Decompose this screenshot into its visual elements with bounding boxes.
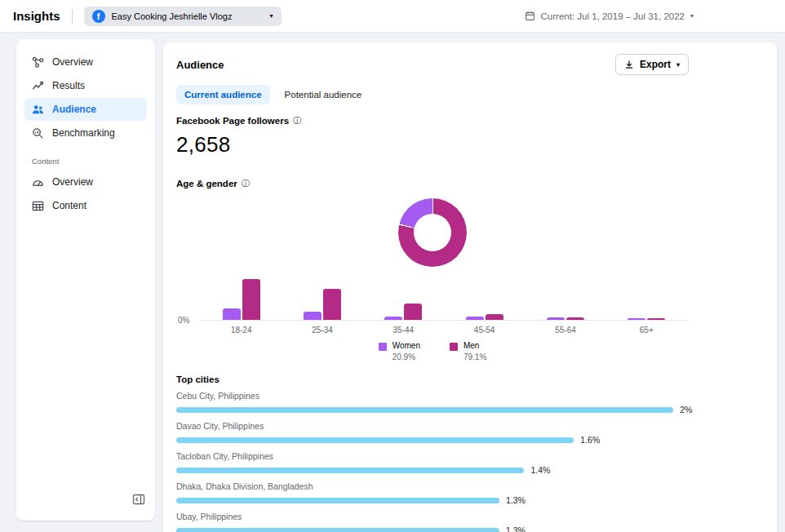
- info-icon[interactable]: ⓘ: [293, 117, 301, 125]
- legend-pct: 20.9%: [392, 352, 420, 361]
- city-row: Cebu City, Philippines 2%: [176, 391, 689, 415]
- legend-item-women: Women 20.9%: [379, 341, 420, 361]
- bar-women: [223, 308, 241, 320]
- sidebar-item-benchmarking[interactable]: Benchmarking: [24, 122, 147, 144]
- bar-men: [486, 314, 503, 320]
- page-name: Easy Cooking Jeshrielle Vlogz: [112, 11, 233, 21]
- followers-label: Facebook Page followers: [176, 116, 289, 126]
- followers-section-label: Facebook Page followers ⓘ: [176, 116, 689, 126]
- header-divider: [72, 9, 73, 24]
- city-value: 1.3%: [506, 495, 526, 505]
- top-cities-label: Top cities: [176, 375, 220, 384]
- x-axis-label: 45-54: [444, 326, 525, 335]
- city-row: Tacloban City, Philippines 1.4%: [176, 451, 689, 475]
- tab-potential-audience[interactable]: Potential audience: [277, 85, 370, 104]
- sidebar-item-label: Overview: [52, 176, 93, 188]
- x-axis-labels: 18-24 25-34 35-44 45-54 55-64 65+: [201, 326, 687, 335]
- y-axis-zero-label: 0%: [178, 316, 189, 325]
- city-row: Davao City, Philippines 1.6%: [176, 421, 689, 445]
- bar-group-55-64: [525, 317, 605, 320]
- bar-women: [304, 312, 322, 320]
- age-gender-bar-chart: 0%: [201, 278, 687, 321]
- date-range-label: Current: Jul 1, 2019 – Jul 31, 2022: [541, 11, 685, 21]
- sidebar: Overview Results Audience Benchmarking C…: [16, 39, 155, 521]
- city-name: Dhaka, Dhaka Division, Bangladesh: [176, 481, 689, 491]
- sidebar-item-results[interactable]: Results: [24, 74, 147, 97]
- date-range-selector[interactable]: Current: Jul 1, 2019 – Jul 31, 2022 ▾: [525, 11, 694, 21]
- info-icon[interactable]: ⓘ: [242, 180, 250, 188]
- app-title: Insights: [13, 9, 60, 23]
- sidebar-item-audience[interactable]: Audience: [24, 98, 147, 121]
- sidebar-item-content-overview[interactable]: Overview: [24, 171, 147, 193]
- bar-chart-plot-area: [201, 278, 687, 321]
- city-value: 1.3%: [506, 525, 526, 532]
- sidebar-item-label: Content: [52, 200, 86, 211]
- city-row: Ubay, Philippines 1.3%: [176, 512, 689, 532]
- bar-women: [384, 317, 402, 320]
- city-row: Dhaka, Dhaka Division, Bangladesh 1.3%: [176, 481, 689, 505]
- export-label: Export: [640, 59, 671, 70]
- calendar-icon: [525, 11, 535, 21]
- sidebar-item-content[interactable]: Content: [24, 194, 147, 217]
- city-bar: [176, 498, 499, 503]
- women-swatch: [379, 343, 387, 351]
- city-value: 1.6%: [580, 435, 600, 445]
- top-header: Insights f Easy Cooking Jeshrielle Vlogz…: [0, 0, 785, 33]
- download-icon: [624, 60, 634, 69]
- panel-header: Audience Export ▾: [176, 54, 689, 75]
- city-bar: [176, 407, 673, 413]
- sidebar-item-label: Audience: [52, 104, 96, 115]
- top-cities-list: Cebu City, Philippines 2% Davao City, Ph…: [176, 391, 689, 532]
- collapse-sidebar-button[interactable]: [131, 491, 147, 511]
- city-bar: [176, 437, 574, 443]
- bar-women: [466, 317, 484, 320]
- facebook-logo-icon: f: [92, 10, 105, 23]
- speedometer-icon: [32, 176, 44, 188]
- bar-group-18-24: [201, 279, 282, 320]
- city-value: 1.4%: [530, 465, 550, 475]
- city-value: 2%: [680, 405, 692, 415]
- age-gender-label: Age & gender: [176, 179, 237, 188]
- bar-women: [547, 317, 565, 320]
- city-bar: [176, 468, 524, 473]
- export-button[interactable]: Export ▾: [615, 54, 689, 75]
- collapse-panel-icon: [132, 493, 145, 506]
- bar-group-25-34: [282, 289, 362, 320]
- page-title: Audience: [176, 59, 224, 71]
- age-gender-donut-chart: [398, 198, 467, 267]
- bar-men: [566, 317, 584, 320]
- sidebar-item-label: Benchmarking: [52, 127, 115, 139]
- audience-icon: [32, 104, 44, 116]
- city-name: Cebu City, Philippines: [176, 391, 689, 401]
- bar-group-35-44: [363, 304, 444, 320]
- city-name: Ubay, Philippines: [176, 512, 689, 521]
- bar-men: [404, 304, 422, 320]
- sidebar-item-overview[interactable]: Overview: [24, 51, 147, 73]
- city-name: Tacloban City, Philippines: [176, 451, 689, 461]
- chevron-down-icon: ▾: [270, 12, 273, 20]
- tab-current-audience[interactable]: Current audience: [176, 85, 270, 104]
- followers-value: 2,658: [176, 132, 689, 157]
- sidebar-item-label: Overview: [52, 56, 93, 68]
- x-axis-label: 65+: [606, 326, 687, 335]
- legend-pct: 79.1%: [463, 352, 486, 361]
- x-axis-label: 55-64: [525, 326, 605, 335]
- bar-women: [628, 318, 645, 320]
- age-gender-donut-wrap: [176, 198, 689, 267]
- men-swatch: [450, 343, 458, 351]
- x-axis-label: 25-34: [282, 326, 362, 335]
- legend-label: Women: [392, 341, 420, 350]
- page-selector[interactable]: f Easy Cooking Jeshrielle Vlogz ▾: [84, 7, 282, 26]
- chevron-down-icon: ▾: [676, 61, 680, 69]
- audience-panel: Audience Export ▾ Current audience Poten…: [163, 42, 777, 532]
- city-name: Davao City, Philippines: [176, 421, 689, 431]
- top-cities-section-label: Top cities: [176, 375, 689, 384]
- legend-item-men: Men 79.1%: [450, 341, 486, 361]
- audience-tabs: Current audience Potential audience: [176, 85, 689, 104]
- benchmarking-icon: [32, 127, 44, 140]
- legend-label: Men: [463, 341, 486, 350]
- age-gender-section-label: Age & gender ⓘ: [176, 179, 689, 188]
- sidebar-section-content: Content: [32, 157, 140, 166]
- x-axis-label: 18-24: [201, 326, 282, 335]
- bar-men: [647, 318, 665, 320]
